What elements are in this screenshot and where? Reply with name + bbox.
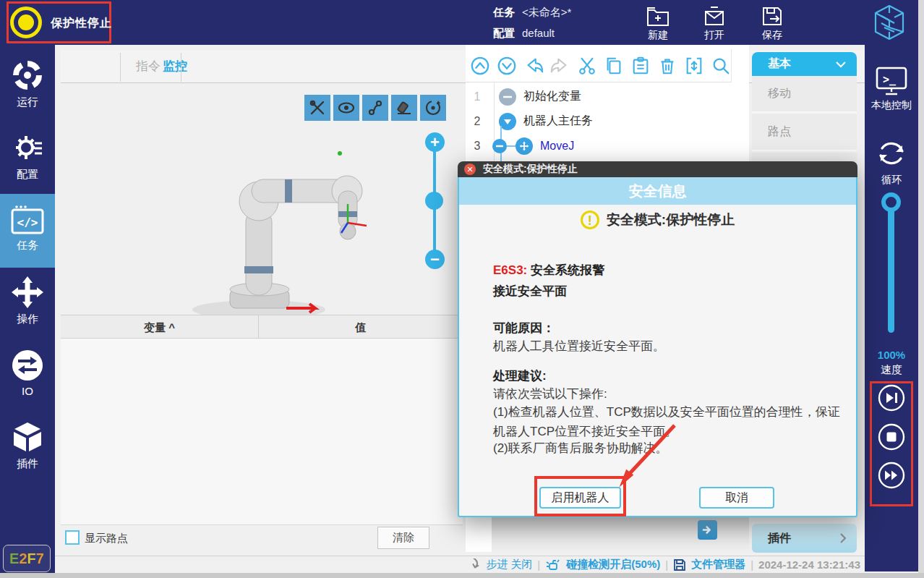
show-waypoints-checkbox[interactable] [65, 530, 80, 545]
sidebar-item-io[interactable]: IO [0, 349, 55, 397]
undo-icon[interactable] [523, 55, 544, 77]
view-tools-button[interactable] [304, 95, 330, 121]
robot-3d-view[interactable] [130, 145, 390, 322]
paste-icon[interactable] [630, 55, 651, 77]
stop-button[interactable] [877, 422, 906, 451]
robot-status-label: 保护性停止 [51, 16, 112, 31]
move-down-icon[interactable] [497, 55, 517, 77]
cut-icon[interactable] [577, 55, 597, 77]
safety-dialog: ✕ 安全模式:保护性停止 安全信息 ! 安全模式:保护性停止 E6S3: 安全系… [458, 161, 857, 517]
loop-button[interactable]: 循环 [865, 135, 918, 187]
tab-divider [181, 53, 181, 82]
movej-icon[interactable] [516, 137, 533, 155]
fast-forward-icon [877, 461, 906, 490]
chevron-right-icon [839, 532, 847, 544]
command-item-move[interactable]: 移动 [752, 76, 857, 113]
command-item-waypoint[interactable]: 路点 [752, 114, 857, 151]
speed-slider-handle[interactable] [881, 192, 901, 212]
local-control-button[interactable]: >_ 本地控制 [865, 65, 918, 112]
command-category-dropdown[interactable]: 基本 [752, 52, 857, 76]
collapsed-node-icon[interactable] [499, 88, 516, 106]
task-code-icon: </> [0, 204, 55, 236]
sidebar-item-task[interactable]: </> 任务 [0, 194, 55, 268]
tab-monitor[interactable]: 监控 [145, 50, 205, 83]
delete-icon[interactable] [657, 55, 677, 77]
view-orbit-button[interactable] [420, 95, 446, 121]
cancel-button[interactable]: 取消 [699, 487, 774, 509]
dialog-banner: 安全信息 [459, 177, 856, 205]
right-edge-strip [918, 0, 924, 578]
viewport-bottom-bar: 显示路点 清除 [61, 524, 463, 552]
search-icon[interactable] [711, 55, 731, 77]
tree-node-label: MoveJ [540, 140, 574, 153]
tree-row-init-variables[interactable]: 1 初始化变量 [466, 85, 749, 109]
clear-button[interactable]: 清除 [377, 527, 429, 549]
svg-text:>_: >_ [883, 73, 897, 86]
open-icon [691, 4, 737, 27]
config-gear-icon [0, 130, 55, 165]
tools-icon [309, 99, 326, 116]
eraser-icon [395, 99, 413, 116]
step-mode-status[interactable]: 步进 关闭 [486, 558, 532, 571]
stop-icon [877, 422, 906, 451]
task-name-value: <未命名>* [522, 6, 571, 20]
zoom-out-button[interactable]: − [425, 250, 445, 269]
config-name-value: default [522, 27, 555, 39]
speed-percent: 100% [865, 349, 918, 361]
collision-icon [545, 558, 561, 572]
line-number: 3 [466, 140, 489, 153]
warning-text: 安全模式:保护性停止 [607, 211, 735, 229]
zoom-in-button[interactable]: + [425, 132, 445, 152]
tree-row-movej[interactable]: 3 MoveJ [466, 134, 749, 158]
dialog-title-bar[interactable]: ✕ 安全模式:保护性停止 [458, 161, 857, 177]
orbit-icon [424, 98, 442, 117]
tree-bottom-strip [492, 516, 749, 552]
tree-node-label: 初始化变量 [523, 89, 581, 104]
collision-detection-status[interactable]: 碰撞检测开启(50%) [566, 558, 660, 571]
replace-icon[interactable] [684, 55, 704, 77]
collapse-node-icon[interactable] [492, 139, 507, 153]
file-manager-icon [673, 558, 686, 571]
sidebar-item-plugin[interactable]: 插件 [0, 420, 55, 471]
eye-icon [337, 98, 356, 117]
speed-label: 速度 [865, 363, 918, 377]
close-icon[interactable]: ✕ [464, 163, 476, 175]
error-code: E6S3: [493, 263, 527, 277]
copy-icon[interactable] [604, 55, 624, 77]
protective-stop-icon-dot [18, 14, 34, 30]
view-erase-button[interactable] [391, 95, 417, 121]
plugin-panel-button[interactable]: 插件 [752, 524, 857, 553]
variable-column-header[interactable]: 变量 ^ [61, 315, 258, 339]
file-manager-link[interactable]: 文件管理器 [691, 558, 745, 571]
open-task-button[interactable]: 打开 [691, 4, 737, 42]
save-task-button[interactable]: 保存 [749, 4, 795, 42]
skip-to-end-icon [877, 383, 906, 412]
zoom-slider-handle[interactable] [425, 192, 443, 210]
tree-row-main-task[interactable]: 2 机器人主任务 [466, 109, 749, 133]
right-arrow-icon [702, 524, 713, 535]
new-task-button[interactable]: 新建 [635, 4, 681, 42]
separator: | [750, 558, 753, 571]
warning-icon: ! [581, 211, 599, 229]
operate-label: 操作 [0, 313, 55, 326]
view-path-button[interactable] [362, 95, 388, 121]
save-label: 保存 [749, 29, 795, 42]
view-visibility-button[interactable] [333, 95, 359, 121]
redo-icon[interactable] [550, 55, 570, 77]
dialog-title: 安全模式:保护性停止 [483, 163, 578, 176]
move-up-icon[interactable] [470, 55, 490, 77]
continuous-run-button[interactable] [877, 461, 906, 490]
sidebar-item-operate[interactable]: 操作 [0, 275, 55, 326]
sidebar-item-run[interactable]: 运行 [0, 58, 55, 109]
speed-slider-track[interactable] [888, 210, 894, 333]
chevron-down-icon [835, 61, 847, 68]
separator: | [537, 558, 540, 571]
new-icon [635, 4, 681, 27]
jump-to-node-button[interactable] [698, 520, 717, 540]
sidebar-item-config[interactable]: 配置 [0, 130, 55, 182]
step-run-button[interactable] [877, 383, 906, 412]
tab-divider [120, 53, 121, 82]
plugin-cube-icon [0, 420, 55, 454]
right-sidebar: >_ 本地控制 循环 100% 速度 [865, 45, 918, 571]
value-column-header[interactable]: 值 [259, 315, 463, 339]
